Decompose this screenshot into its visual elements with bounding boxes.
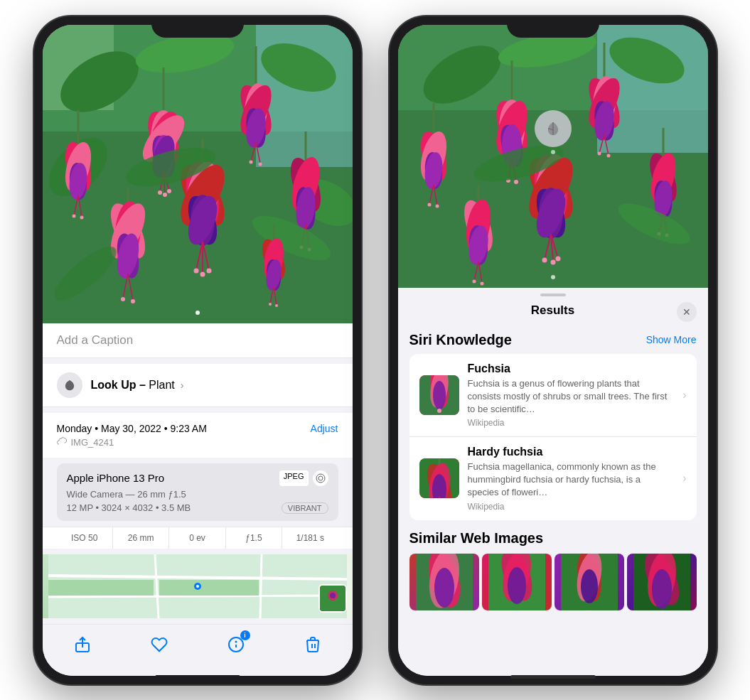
metadata-section: Monday • May 30, 2022 • 9:23 AM Adjust I… bbox=[43, 413, 353, 458]
camera-details2: 12 MP • 3024 × 4032 • 3.5 MB VIBRANT bbox=[67, 502, 328, 514]
meta-date-row: Monday • May 30, 2022 • 9:23 AM Adjust bbox=[57, 423, 338, 434]
share-button[interactable] bbox=[71, 633, 94, 656]
page-dot-1 bbox=[195, 311, 200, 315]
fuchsia-name: Fuchsia bbox=[468, 362, 675, 375]
home-indicator bbox=[155, 675, 240, 679]
camera-badge-circle bbox=[313, 470, 328, 486]
similar-image-1[interactable] bbox=[409, 554, 479, 610]
svg-point-202 bbox=[581, 569, 598, 603]
sheet-title: Results bbox=[531, 303, 574, 318]
svg-point-156 bbox=[550, 259, 555, 264]
fuchsia-text: Fuchsia Fuchsia is a genus of flowering … bbox=[468, 362, 675, 429]
svg-point-194 bbox=[434, 568, 454, 608]
svg-rect-95 bbox=[48, 580, 154, 596]
caption-area[interactable]: Add a Caption bbox=[43, 323, 353, 358]
svg-point-40 bbox=[72, 214, 75, 217]
camera-name: Apple iPhone 13 Pro bbox=[67, 472, 165, 484]
flower-image bbox=[43, 25, 353, 323]
svg-point-124 bbox=[514, 180, 518, 184]
show-more-button[interactable]: Show More bbox=[646, 334, 697, 345]
svg-point-142 bbox=[427, 203, 431, 206]
camera-section: Apple iPhone 13 Pro JPEG Wide Camera bbox=[57, 463, 338, 521]
fuchsia-desc: Fuchsia is a genus of flowering plants t… bbox=[468, 377, 675, 416]
svg-point-32 bbox=[258, 162, 262, 166]
similar-image-2[interactable] bbox=[482, 554, 552, 610]
map-thumbnail bbox=[318, 584, 347, 613]
phone-notch bbox=[151, 16, 244, 38]
fuchsia-thumbnail bbox=[419, 375, 459, 415]
svg-point-53 bbox=[193, 268, 198, 273]
phone-2-screen: Results ✕ Siri Knowledge Show More bbox=[398, 25, 708, 676]
map-image bbox=[43, 554, 353, 618]
svg-point-87 bbox=[316, 474, 325, 483]
results-sheet: Results ✕ Siri Knowledge Show More bbox=[398, 288, 708, 676]
thumb-flower bbox=[320, 586, 345, 611]
results-content[interactable]: Siri Knowledge Show More bbox=[398, 325, 708, 676]
svg-point-134 bbox=[606, 154, 610, 157]
camera-specs: 12 MP • 3024 × 4032 • 3.5 MB bbox=[67, 502, 191, 513]
svg-point-155 bbox=[542, 257, 547, 262]
fuchsia-thumb-img bbox=[419, 375, 459, 415]
phone-1: Add a Caption Look Up – Plant › bbox=[34, 16, 361, 684]
meta-filename: IMG_4241 bbox=[57, 437, 338, 448]
svg-point-55 bbox=[206, 268, 211, 273]
exif-iso: ISO 50 bbox=[57, 527, 113, 549]
similar-images bbox=[409, 554, 697, 622]
format-badge: JPEG bbox=[279, 470, 309, 486]
phone2-flower-svg bbox=[398, 25, 708, 288]
siri-knowledge-title: Siri Knowledge bbox=[409, 332, 512, 348]
hardy-chevron-icon: › bbox=[682, 472, 686, 485]
svg-point-85 bbox=[269, 303, 272, 306]
flower-image-container[interactable] bbox=[43, 25, 353, 323]
lookup-label: Look Up – Plant › bbox=[91, 379, 184, 392]
phone-2-home-indicator bbox=[510, 675, 596, 679]
hardy-desc: Fuchsia magellanica, commonly known as t… bbox=[468, 461, 675, 500]
svg-point-176 bbox=[472, 279, 476, 283]
chevron-right-icon: › bbox=[178, 379, 184, 391]
phone-1-screen: Add a Caption Look Up – Plant › bbox=[43, 25, 353, 676]
camera-details: Wide Camera — 26 mm ƒ1.5 bbox=[67, 489, 328, 500]
svg-point-157 bbox=[555, 256, 560, 261]
svg-point-86 bbox=[275, 304, 278, 307]
siri-fab[interactable] bbox=[535, 110, 572, 147]
svg-rect-96 bbox=[159, 580, 259, 596]
phones-container: Add a Caption Look Up – Plant › bbox=[20, 2, 731, 699]
exif-row: ISO 50 26 mm 0 ev ƒ1.5 1/181 s bbox=[43, 527, 353, 549]
exif-ev: 0 ev bbox=[169, 527, 225, 549]
exif-aperture: ƒ1.5 bbox=[226, 527, 282, 549]
svg-point-183 bbox=[437, 409, 441, 413]
exif-focal: 26 mm bbox=[113, 527, 169, 549]
heart-button[interactable] bbox=[148, 633, 171, 656]
similar-section: Similar Web Images bbox=[409, 530, 697, 622]
knowledge-card: Fuchsia Fuchsia is a genus of flowering … bbox=[409, 354, 697, 520]
trash-button[interactable] bbox=[301, 633, 324, 656]
info-section: Add a Caption Look Up – Plant › bbox=[43, 323, 353, 624]
svg-point-198 bbox=[508, 567, 526, 604]
knowledge-item-fuchsia[interactable]: Fuchsia Fuchsia is a genus of flowering … bbox=[409, 354, 697, 438]
sheet-header: Results ✕ bbox=[398, 299, 708, 325]
lookup-row[interactable]: Look Up – Plant › bbox=[43, 364, 353, 407]
svg-point-178 bbox=[551, 275, 555, 279]
photo-date: Monday • May 30, 2022 • 9:23 AM bbox=[57, 423, 207, 434]
hardy-thumb-img bbox=[419, 458, 459, 498]
knowledge-item-hardy[interactable]: Hardy fuchsia Fuchsia magellanica, commo… bbox=[409, 437, 697, 520]
camera-row: Apple iPhone 13 Pro JPEG bbox=[67, 470, 328, 486]
info-button[interactable]: i bbox=[225, 633, 247, 656]
svg-point-20 bbox=[158, 190, 162, 195]
svg-point-177 bbox=[480, 281, 483, 285]
similar-image-3[interactable] bbox=[555, 554, 624, 610]
map-preview[interactable] bbox=[43, 554, 353, 618]
svg-point-206 bbox=[652, 569, 672, 609]
close-button[interactable]: ✕ bbox=[677, 302, 697, 322]
similar-image-4[interactable] bbox=[627, 554, 697, 610]
adjust-button[interactable]: Adjust bbox=[311, 423, 338, 434]
svg-point-31 bbox=[249, 160, 252, 163]
hardy-name: Hardy fuchsia bbox=[468, 446, 675, 458]
svg-point-88 bbox=[318, 476, 323, 480]
svg-point-22 bbox=[167, 189, 171, 193]
phone-2: Results ✕ Siri Knowledge Show More bbox=[390, 16, 717, 684]
svg-point-101 bbox=[330, 593, 336, 598]
toolbar: i bbox=[43, 624, 353, 676]
phone2-flower-image[interactable] bbox=[398, 25, 708, 288]
svg-point-98 bbox=[196, 585, 199, 588]
